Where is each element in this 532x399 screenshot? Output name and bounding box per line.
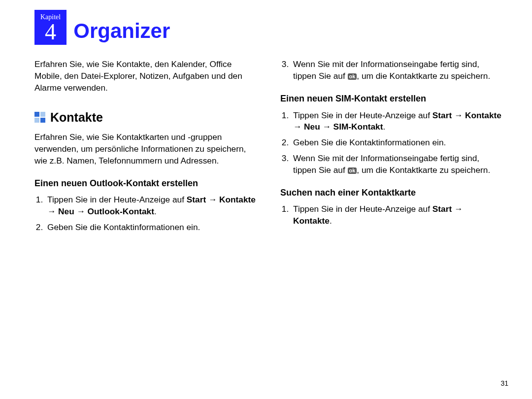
chapter-badge: Kapitel 4 (34, 10, 66, 45)
sim-steps: Tippen Sie in der Heute-Anzeige auf Star… (280, 110, 502, 176)
outlook-steps: Tippen Sie in der Heute-Anzeige auf Star… (34, 194, 257, 233)
windows-icon (34, 112, 45, 123)
sim-step-3: Wenn Sie mit der Informationseingabe fer… (291, 153, 502, 176)
ok-icon: ok (348, 73, 357, 80)
ok-icon: ok (348, 167, 357, 174)
chapter-title: Organizer (73, 19, 170, 45)
left-column: Erfahren Sie, wie Sie Kontakte, den Kale… (34, 59, 257, 237)
contacts-heading: Kontakte (50, 109, 103, 126)
search-step-1: Tippen Sie in der Heute-Anzeige auf Star… (291, 203, 502, 227)
outlook-step-1: Tippen Sie in der Heute-Anzeige auf Star… (45, 194, 257, 218)
chapter-header: Kapitel 4 Organizer (34, 10, 502, 45)
outlook-heading: Einen neuen Outlook-Kontakt erstellen (34, 178, 257, 189)
outlook-steps-cont: Wenn Sie mit der Informationseingabe fer… (280, 59, 502, 82)
search-steps: Tippen Sie in der Heute-Anzeige auf Star… (280, 203, 502, 227)
contacts-heading-row: Kontakte (34, 109, 257, 126)
chapter-number: 4 (40, 22, 61, 42)
page-number: 31 (500, 379, 508, 387)
sim-step-1: Tippen Sie in der Heute-Anzeige auf Star… (291, 110, 502, 133)
sim-step-2: Geben Sie die Kontaktinformationen ein. (291, 137, 502, 149)
outlook-step-3: Wenn Sie mit der Informationseingabe fer… (291, 59, 502, 82)
intro-text: Erfahren Sie, wie Sie Kontakte, den Kale… (34, 59, 257, 94)
right-column: Wenn Sie mit der Informationseingabe fer… (280, 59, 502, 237)
search-heading: Suchen nach einer Kontaktkarte (280, 187, 502, 199)
contacts-desc: Erfahren Sie, wie Sie Kontaktkarten und … (34, 132, 257, 167)
outlook-step-2: Geben Sie die Kontaktinformationen ein. (45, 222, 257, 233)
sim-heading: Einen neuen SIM-Kontakt erstellen (280, 93, 502, 104)
